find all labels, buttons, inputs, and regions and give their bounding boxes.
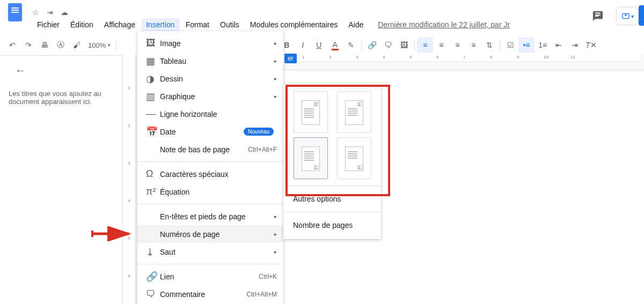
clear-format-button[interactable]: T✕ <box>583 38 599 53</box>
toolbar: ↶ ↷ 🖶 Ⓐ 🖌 100%▾ B I U A ✎ 🔗 🗨 🖼 ≡ ≡ ≡ ≡ … <box>0 34 644 56</box>
menubar: Fichier Édition Affichage Insertion Form… <box>0 17 644 32</box>
menu-tools[interactable]: Outils <box>215 18 244 31</box>
italic-button[interactable]: I <box>295 38 311 53</box>
numbered-list-button[interactable]: 1≡ <box>535 38 551 53</box>
outline-panel: ← Les titres que vous ajoutez au documen… <box>0 54 122 304</box>
menu-view[interactable]: Affichage <box>99 18 140 31</box>
zoom-select[interactable]: 100%▾ <box>85 41 114 49</box>
align-center-button[interactable]: ≡ <box>433 38 449 53</box>
pagenum-more-options[interactable]: Autres options <box>283 190 381 207</box>
insert-hr[interactable]: —Ligne horizontale <box>137 105 283 123</box>
menu-edit[interactable]: Édition <box>65 18 98 31</box>
highlight-button[interactable]: ✎ <box>343 38 359 53</box>
present-button[interactable]: ▾ <box>616 7 639 25</box>
insert-comment-button[interactable]: 🗨 <box>380 38 396 53</box>
annotation-red-arrow <box>91 226 134 241</box>
move-icon[interactable]: ⇥ <box>47 8 53 17</box>
redo-button[interactable]: ↷ <box>20 38 36 53</box>
checklist-button[interactable]: ☑ <box>502 38 518 53</box>
insert-link-button[interactable]: 🔗 <box>364 38 380 53</box>
insert-image-button[interactable]: 🖼 <box>396 38 412 53</box>
last-modified-link[interactable]: Dernière modification le 22 juillet, par… <box>378 20 510 29</box>
insert-date[interactable]: 📅DateNouveau <box>137 123 283 140</box>
docs-logo[interactable] <box>4 2 26 23</box>
vertical-ruler: 12 34 56 <box>123 54 136 304</box>
align-justify-button[interactable]: ≡ <box>465 38 481 53</box>
collab-label: er <box>284 54 297 63</box>
page-numbers-submenu: 2 1 1 1 <box>283 84 381 239</box>
undo-button[interactable]: ↶ <box>4 38 20 53</box>
comments-history-icon[interactable] <box>588 6 608 26</box>
pagenum-page-count[interactable]: Nombre de pages <box>283 217 381 234</box>
menu-insert[interactable]: Insertion <box>141 18 180 31</box>
pagenum-bottom-right-skip-first[interactable]: 1 <box>337 137 371 179</box>
pagenum-bottom-right-all[interactable]: 1 <box>294 137 328 179</box>
menu-file[interactable]: Fichier <box>32 18 64 31</box>
insert-table[interactable]: ▦Tableau▸ <box>137 52 283 70</box>
line-spacing-button[interactable]: ⇅ <box>481 38 497 53</box>
insert-special-chars[interactable]: ΩCaractères spéciaux <box>137 165 283 183</box>
insert-image[interactable]: 🖼Image▸ <box>137 34 283 52</box>
insert-headers-footers[interactable]: En-têtes et pieds de page▸ <box>137 207 283 225</box>
underline-button[interactable]: U <box>311 38 327 53</box>
align-left-button[interactable]: ≡ <box>417 38 433 53</box>
insert-link[interactable]: 🔗LienCtrl+K <box>137 268 283 285</box>
menu-addons[interactable]: Modules complémentaires <box>245 18 342 31</box>
paint-format-button[interactable]: 🖌 <box>69 38 85 53</box>
insert-chart[interactable]: ▥Graphique▸ <box>137 87 283 105</box>
cloud-icon[interactable]: ☁ <box>61 8 68 17</box>
insert-break[interactable]: ⤓Saut▸ <box>137 243 283 261</box>
spellcheck-button[interactable]: Ⓐ <box>53 38 69 53</box>
indent-increase-button[interactable]: ⇥ <box>567 38 583 53</box>
align-right-button[interactable]: ≡ <box>449 38 465 53</box>
insert-page-numbers[interactable]: Numéros de page▸ <box>137 225 283 243</box>
outline-back-icon[interactable]: ← <box>15 64 26 77</box>
outline-placeholder: Les titres que vous ajoutez au document … <box>9 90 114 106</box>
indent-decrease-button[interactable]: ⇤ <box>551 38 567 53</box>
insert-dropdown: 🖼Image▸ ▦Tableau▸ ◑Dessin▸ ▥Graphique▸ —… <box>137 31 283 304</box>
insert-footnote[interactable]: Note de bas de pageCtrl+Alt+F <box>137 140 283 158</box>
print-button[interactable]: 🖶 <box>36 38 53 53</box>
menu-format[interactable]: Format <box>181 18 214 31</box>
share-button-edge[interactable] <box>639 5 644 26</box>
text-color-button[interactable]: A <box>327 38 343 53</box>
insert-comment[interactable]: 🗨CommentaireCtrl+Alt+M <box>137 285 283 303</box>
star-icon[interactable]: ☆ <box>32 8 39 17</box>
bullet-list-button[interactable]: •≡ <box>518 38 535 53</box>
menu-help[interactable]: Aide <box>343 18 368 31</box>
insert-equation[interactable]: π²Équation <box>137 183 283 201</box>
pagenum-top-right-all[interactable]: 2 <box>294 91 328 133</box>
pagenum-top-right-skip-first[interactable]: 1 <box>337 91 371 133</box>
insert-drawing[interactable]: ◑Dessin▸ <box>137 70 283 87</box>
